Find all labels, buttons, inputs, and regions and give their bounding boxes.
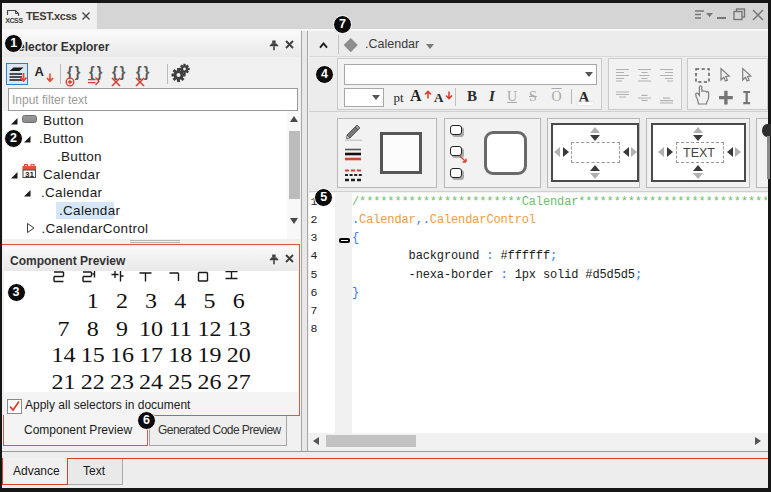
svg-text:XCSS: XCSS [5, 17, 23, 24]
svg-text:31: 31 [25, 170, 34, 178]
